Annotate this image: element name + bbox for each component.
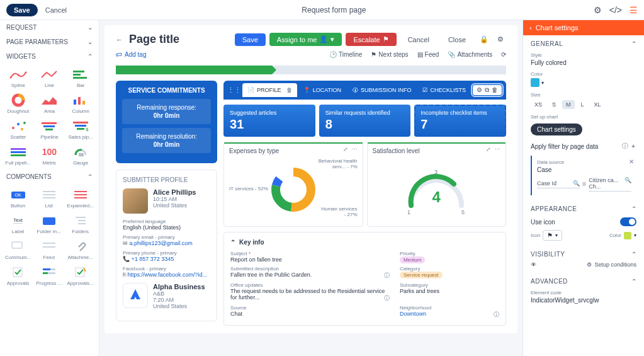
widget-spline[interactable]: Spline xyxy=(4,66,33,89)
widget-sales-pipeline[interactable]: $Sales pip... xyxy=(66,118,95,141)
metric-suggested-articles[interactable]: Suggested articles31 xyxy=(223,105,315,137)
component-folder-m[interactable]: Folder m... xyxy=(35,212,63,236)
neighborhood-link[interactable]: Downtown xyxy=(400,311,426,317)
expand-icon[interactable]: ⤢ xyxy=(343,146,348,152)
tab-checklists[interactable]: ☑CHECKLISTS xyxy=(417,83,471,97)
escalate-button[interactable]: Escalate⚑ xyxy=(346,33,396,46)
size-m[interactable]: M xyxy=(562,100,575,109)
add-tag-button[interactable]: 🏷Add tag xyxy=(116,51,146,58)
section-components[interactable]: COMPONENTS⌃ xyxy=(0,169,99,184)
section-page-parameters[interactable]: PAGE PARAMETERS⌄ xyxy=(0,35,99,49)
section-request[interactable]: REQUEST⌄ xyxy=(0,20,99,35)
widget-pipeline[interactable]: Pipeline xyxy=(35,118,64,141)
component-attachme[interactable]: Attachme... xyxy=(65,238,95,261)
widget-line[interactable]: Line xyxy=(35,66,64,89)
metric-incomplete-checklist[interactable]: Incomplete checklist items7 xyxy=(414,105,506,137)
save-button[interactable]: Save xyxy=(6,4,38,16)
color-swatch[interactable] xyxy=(531,78,539,87)
next-steps-link[interactable]: ⚑Next steps xyxy=(371,51,408,58)
chevron-down-icon[interactable]: ▾ xyxy=(634,233,636,238)
eye-icon[interactable]: 👁 xyxy=(531,261,536,268)
lock-icon[interactable]: 🔒 xyxy=(477,35,491,43)
back-arrow-icon[interactable]: ← xyxy=(116,36,123,43)
component-label[interactable]: TextLabel xyxy=(4,212,32,236)
metric-similar-requests[interactable]: Similar requests identified8 xyxy=(319,105,411,137)
more-icon[interactable]: ⋯ xyxy=(495,146,500,152)
tab-profile[interactable]: 📄PROFILE🗑 xyxy=(242,83,297,97)
copy-icon[interactable]: ⧉ xyxy=(485,86,489,94)
assign-to-me-button[interactable]: Assign to me👤▾ xyxy=(269,33,342,46)
size-xs[interactable]: XS xyxy=(531,100,546,109)
component-approvals[interactable]: Approvals xyxy=(4,264,32,287)
svg-point-0 xyxy=(9,77,11,79)
attachments-link[interactable]: 📎Attachments xyxy=(448,51,492,58)
widget-metric[interactable]: 100Metric xyxy=(35,144,64,167)
size-xl[interactable]: XL xyxy=(590,100,605,109)
widget-bar[interactable]: Bar xyxy=(66,66,95,89)
satisfaction-chart-card[interactable]: Satisfaction level ⤢⋯ 1 3 5 xyxy=(367,142,506,227)
icon-picker[interactable]: ⚑▾ xyxy=(543,230,562,241)
info-icon[interactable]: ⓘ xyxy=(384,294,390,302)
expand-icon[interactable]: ⤢ xyxy=(486,146,491,152)
code-icon[interactable]: </> xyxy=(609,5,622,15)
widget-area[interactable]: Area xyxy=(35,92,64,115)
timeline-link[interactable]: 🕑Timeline xyxy=(329,51,362,58)
widget-column[interactable]: Column xyxy=(66,92,95,115)
component-feed[interactable]: Feed xyxy=(35,238,63,261)
component-approvals2[interactable]: Approvals... xyxy=(65,264,95,287)
widget-doughnut[interactable]: Doughnut xyxy=(4,92,33,115)
section-general[interactable]: GENERAL⌃ xyxy=(531,40,636,47)
section-widgets[interactable]: WIDGETS⌃ xyxy=(0,49,99,64)
chevron-down-icon[interactable]: ▾ xyxy=(541,80,544,86)
component-button[interactable]: OKButton xyxy=(4,187,32,210)
widget-full-pipeline[interactable]: Full pipeli... xyxy=(4,144,33,167)
settings-gear-icon[interactable]: ⚙ xyxy=(594,5,602,15)
setup-conditions-link[interactable]: Setup conditions xyxy=(594,261,636,268)
tab-location[interactable]: 📍LOCATION xyxy=(298,83,346,97)
close-button[interactable]: Close xyxy=(441,33,473,46)
info-icon[interactable]: ⓘ xyxy=(494,311,499,319)
layout-icon[interactable]: ☰ xyxy=(630,5,638,15)
chart-settings-button[interactable]: Chart settings xyxy=(531,123,582,135)
page-save-button[interactable]: Save xyxy=(235,33,266,46)
gear-icon[interactable]: ⚙ xyxy=(495,35,506,43)
cancel-button[interactable]: Cancel xyxy=(38,4,74,16)
lookup-right[interactable]: Citizen ca... Ch...🔍 xyxy=(589,176,631,192)
email-link[interactable]: ✉ a.phillips123@gmail.com xyxy=(123,240,210,246)
component-communi[interactable]: Communi... xyxy=(4,238,32,261)
svg-rect-18 xyxy=(75,125,86,127)
delete-icon[interactable]: 🗑 xyxy=(492,86,498,94)
add-icon[interactable]: ＋ xyxy=(630,142,636,149)
size-s[interactable]: S xyxy=(548,100,560,109)
widget-gauge[interactable]: 88Gauge xyxy=(66,144,95,167)
facebook-link[interactable]: ⎘ https://www.facebook.com/?id... xyxy=(123,272,210,278)
component-folders[interactable]: Folders xyxy=(65,212,95,236)
use-icon-toggle[interactable] xyxy=(620,217,636,226)
component-expanded[interactable]: Expanded... xyxy=(65,187,95,210)
more-icon[interactable]: ⋯ xyxy=(352,146,358,152)
lookup-left[interactable]: Case Id🔍 xyxy=(537,179,580,188)
page-cancel-button[interactable]: Cancel xyxy=(400,33,437,46)
tab-handle-icon[interactable]: ⋮⋮ xyxy=(227,86,241,95)
section-advanced[interactable]: ADVANCED⌃ xyxy=(531,278,636,285)
section-appearance[interactable]: APPEARANCE⌃ xyxy=(531,205,636,212)
color-swatch-2[interactable] xyxy=(624,232,631,239)
refresh-icon[interactable]: ⟳ xyxy=(501,51,506,58)
info-icon[interactable]: ⓘ xyxy=(622,142,628,149)
delete-icon[interactable]: 🗑 xyxy=(286,87,292,93)
gear-icon[interactable]: ⚙ xyxy=(477,86,482,94)
chevron-left-icon[interactable]: ‹ xyxy=(529,24,532,32)
phone-link[interactable]: 📞 +1 857 372 3345 xyxy=(123,256,210,262)
widget-scatter[interactable]: Scatter xyxy=(4,118,33,141)
component-progress[interactable]: Progress ... xyxy=(35,264,63,287)
chevron-up-icon[interactable]: ⌃ xyxy=(230,239,235,246)
chevron-down-icon: ⌄ xyxy=(88,24,93,31)
info-icon[interactable]: ⓘ xyxy=(384,272,390,280)
component-list[interactable]: List xyxy=(35,187,63,210)
section-visibility[interactable]: VISIBILITY⌃ xyxy=(531,251,636,258)
size-l[interactable]: L xyxy=(577,100,588,109)
feed-link[interactable]: ▤Feed xyxy=(417,51,439,58)
remove-filter-icon[interactable]: ✕ xyxy=(629,158,634,165)
tab-submission[interactable]: 🛈SUBMISSION INFO xyxy=(347,83,417,97)
expenses-chart-card[interactable]: Expenses by type ⤢⋯ IT serv xyxy=(223,142,363,227)
